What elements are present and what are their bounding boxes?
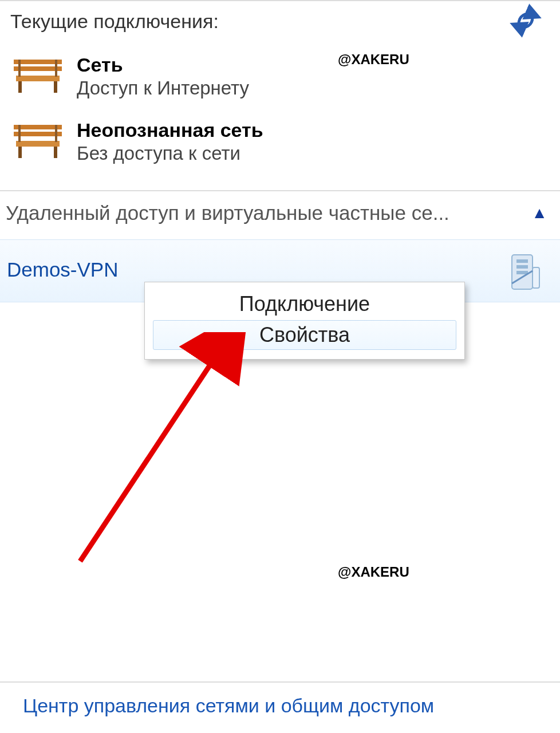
svg-rect-10 <box>18 147 22 158</box>
svg-rect-15 <box>516 259 528 263</box>
context-menu: Подключение Свойства <box>144 282 465 360</box>
menu-item-connect[interactable]: Подключение <box>153 289 456 319</box>
svg-rect-3 <box>18 81 22 93</box>
park-bench-icon <box>10 55 65 95</box>
svg-rect-13 <box>55 125 57 142</box>
network-status: Доступ к Интернету <box>77 77 249 99</box>
modem-icon <box>506 250 543 296</box>
svg-rect-0 <box>14 60 62 64</box>
svg-line-20 <box>80 358 215 561</box>
svg-rect-9 <box>16 141 60 147</box>
network-name: Сеть <box>77 54 249 76</box>
chevron-up-icon: ▲ <box>531 205 547 221</box>
svg-rect-18 <box>533 267 539 288</box>
svg-rect-12 <box>18 125 21 142</box>
svg-rect-11 <box>54 147 57 158</box>
refresh-icon[interactable] <box>508 3 543 40</box>
watermark-text: @XAKERU <box>338 564 409 580</box>
menu-item-properties[interactable]: Свойства <box>153 320 456 350</box>
annotation-arrow-icon <box>63 332 246 578</box>
network-sharing-center-link[interactable]: Центр управления сетями и общим доступом <box>23 695 434 717</box>
svg-rect-4 <box>54 81 57 93</box>
svg-rect-6 <box>55 60 57 77</box>
vpn-section-label: Удаленный доступ и виртуальные частные с… <box>6 202 449 224</box>
svg-rect-1 <box>14 66 62 71</box>
svg-rect-5 <box>18 60 21 77</box>
svg-rect-7 <box>14 125 62 129</box>
park-bench-icon <box>10 120 65 160</box>
network-name: Неопознанная сеть <box>77 119 263 141</box>
watermark-text: @XAKERU <box>338 52 409 68</box>
network-status: Без доступа к сети <box>77 143 263 164</box>
svg-rect-8 <box>14 132 62 136</box>
vpn-section-header[interactable]: Удаленный доступ и виртуальные частные с… <box>6 202 547 224</box>
svg-rect-2 <box>16 76 60 81</box>
vpn-connection-name: Demos-VPN <box>7 258 118 281</box>
svg-rect-16 <box>516 265 528 269</box>
current-connections-header: Текущие подключения: <box>10 10 219 33</box>
